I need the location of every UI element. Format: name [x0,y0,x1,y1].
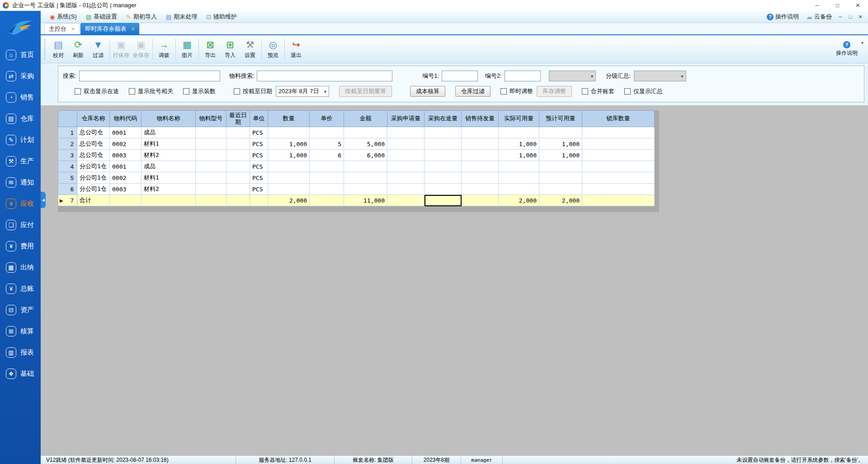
table-cell[interactable] [226,150,250,161]
column-header[interactable]: 单位 [250,111,268,127]
table-cell[interactable] [499,184,539,195]
table-cell[interactable] [196,195,226,206]
table-cell[interactable]: 分公司1仓 [77,161,110,172]
sidebar-item-receivables[interactable]: ¥应收 [0,193,41,214]
row-number-cell[interactable]: 3 [58,150,77,161]
maximize-button[interactable]: □ [827,0,848,11]
preview-button[interactable]: ◎预览 [263,37,283,62]
column-header[interactable]: 最近日期 [226,111,250,127]
table-cell[interactable] [344,127,387,138]
table-cell[interactable]: 分公司1仓 [77,172,110,184]
warehouse-filter-button[interactable]: 仓库过滤 [455,86,491,97]
table-cell[interactable] [310,184,344,195]
table-cell[interactable] [196,150,226,161]
table-cell[interactable] [142,195,196,206]
table-cell[interactable] [387,127,425,138]
table-cell[interactable] [268,184,310,195]
column-header[interactable]: 物料型号 [196,111,226,127]
row-save-button[interactable]: ▣行保存 [111,37,131,62]
table-cell[interactable]: 材料2 [142,184,196,195]
extra-filter-select[interactable]: ▾ [549,71,596,81]
column-header[interactable]: 实际可用量 [499,111,539,127]
table-cell[interactable] [582,184,655,195]
table-cell[interactable] [582,195,655,206]
table-cell[interactable] [250,195,268,206]
column-header[interactable]: 采购申请量 [387,111,425,127]
checkbox-summary-only[interactable]: 仅显示汇总 [624,87,663,95]
table-cell[interactable] [425,161,462,172]
menu-system[interactable]: ◉系统(S) [45,11,81,23]
table-cell[interactable]: 合计 [77,195,110,206]
transfer-button[interactable]: →调拨 [154,37,174,62]
selected-cell[interactable] [425,195,462,206]
table-cell[interactable]: 1,000 [268,138,310,150]
table-cell[interactable]: 0003 [110,150,142,161]
tab-main-console[interactable]: 主控台✕ [44,23,80,34]
table-cell[interactable]: PCS [250,127,268,138]
table-cell[interactable] [387,150,425,161]
table-cell[interactable]: 2,000 [539,195,582,206]
child-minimize-button[interactable]: ─ [835,14,845,19]
table-cell[interactable] [226,127,250,138]
table-cell[interactable] [539,127,582,138]
table-cell[interactable] [226,172,250,184]
close-button[interactable]: ✕ [848,0,868,11]
table-cell[interactable]: PCS [250,184,268,195]
table-cell[interactable]: 材料1 [142,138,196,150]
table-cell[interactable]: 1,000 [499,138,539,150]
table-cell[interactable] [499,127,539,138]
table-cell[interactable] [344,161,387,172]
row-selector-header[interactable] [58,111,77,127]
row-number-cell[interactable]: 6 [58,184,77,195]
table-cell[interactable] [539,184,582,195]
table-cell[interactable]: 0002 [110,138,142,150]
table-cell[interactable] [196,127,226,138]
search-input[interactable] [79,71,220,81]
stock-adjust-button[interactable]: 库存调整 [537,86,572,97]
table-cell[interactable] [425,138,462,150]
row-number-cell[interactable]: 1 [58,127,77,138]
verify-button[interactable]: ▤校对 [48,37,68,62]
group-summary-select[interactable]: ▾ [634,71,686,81]
material-search-input[interactable] [257,71,392,81]
menu-period-end[interactable]: ▤期末处理 [161,11,202,23]
cutoff-date-select[interactable]: 2023年 8月 7日▾ [276,86,329,97]
checkbox-merge-books[interactable]: 合并账套 [582,87,614,95]
export-button[interactable]: ⊠导出 [200,37,220,62]
table-cell[interactable]: 材料2 [142,150,196,161]
table-cell[interactable]: PCS [250,172,268,184]
table-cell[interactable] [226,184,250,195]
sidebar-item-procurement[interactable]: ⇄采购 [0,66,41,87]
checkbox-cutoff-date[interactable]: 按截至日期 [234,87,272,95]
column-header[interactable]: 单价 [310,111,344,127]
table-cell[interactable] [387,172,425,184]
table-cell[interactable]: 材料1 [142,172,196,184]
sidebar-item-cashier[interactable]: ▦出纳 [0,257,41,278]
checkbox-show-batch[interactable]: 显示批号相关 [129,87,173,95]
table-cell[interactable]: 5,000 [344,138,387,150]
table-cell[interactable]: 0001 [110,127,142,138]
row-number-cell[interactable]: 4 [58,161,77,172]
sidebar-item-notice[interactable]: ✉通知 [0,172,41,193]
table-cell[interactable] [582,161,655,172]
sidebar-item-expense[interactable]: ¥费用 [0,236,41,257]
table-cell[interactable] [462,184,499,195]
sidebar-item-assets[interactable]: ⊟资产 [0,299,41,321]
table-cell[interactable] [387,138,425,150]
table-cell[interactable] [425,184,462,195]
checkbox-realtime-adjust[interactable]: 即时调整 [500,87,533,95]
table-cell[interactable] [344,172,387,184]
help-button[interactable]: ?操作说明 [836,41,858,57]
table-cell[interactable]: 1,000 [499,150,539,161]
code2-input[interactable] [505,71,541,81]
cloud-backup-button[interactable]: ☁云备份 [802,13,835,21]
table-cell[interactable] [462,150,499,161]
column-header[interactable]: 金额 [344,111,387,127]
minimize-button[interactable]: ─ [807,0,827,11]
table-cell[interactable]: 总公司仓 [77,150,110,161]
table-cell[interactable] [462,172,499,184]
table-cell[interactable] [582,138,655,150]
table-cell[interactable] [110,195,142,206]
import-button[interactable]: ⊞导入 [220,37,240,62]
column-header[interactable]: 物料代码 [110,111,142,127]
